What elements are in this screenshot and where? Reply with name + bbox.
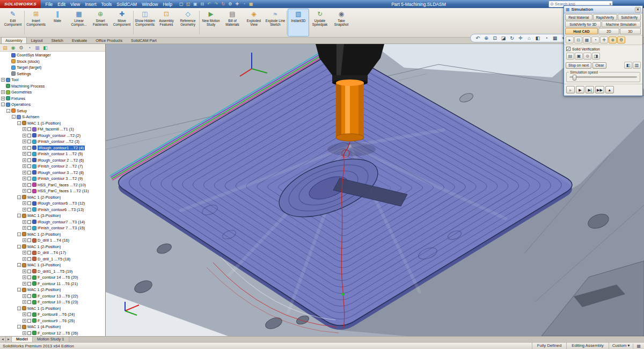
- operation-checkbox[interactable]: [27, 257, 31, 261]
- operation-checkbox[interactable]: [27, 201, 31, 205]
- simulation-tab-host-cad[interactable]: Host CAD: [565, 28, 598, 34]
- displaymanager-tab[interactable]: ▦: [33, 45, 41, 50]
- expand-icon[interactable]: +: [23, 294, 26, 298]
- ribbon-button-edit-component[interactable]: ✎Edit Component: [2, 9, 24, 37]
- operation-checkbox[interactable]: [27, 238, 31, 242]
- tree-item-mac-1-3-position[interactable]: -MAC 1 (3-Position): [0, 262, 105, 268]
- sim-play-button[interactable]: ▶: [576, 86, 584, 93]
- sim-single-block-icon[interactable]: ◧: [624, 62, 632, 69]
- tree-item-coordsys-manager[interactable]: CoordSys Manager: [0, 52, 105, 59]
- sim-zoom-icon[interactable]: ⊕: [609, 37, 617, 43]
- simulation-tab-3d[interactable]: 3D: [620, 28, 641, 34]
- tree-item-d-drill-1-t4-16[interactable]: +D_drill 1 ...T4 (16): [0, 237, 105, 244]
- tree-item-irough-contour-2-t2-6[interactable]: +iRough_contour 2 ...T2 (6): [0, 157, 105, 164]
- configurationmanager-tab[interactable]: ⚙: [17, 45, 25, 50]
- tree-item-ifinish-contour-2-t2-7[interactable]: +iFinish_contour 2 ...T2 (7): [0, 163, 105, 170]
- ribbon-button-linear-compon[interactable]: ▦Linear Compon...: [68, 9, 90, 37]
- collapse-icon[interactable]: -: [17, 263, 21, 267]
- sketch-icon[interactable]: ◔: [240, 2, 247, 6]
- tree-item-ifinish-contour-3-t2-9[interactable]: +iFinish_contour 3 ...T2 (9): [0, 176, 105, 182]
- sim-to-top-button[interactable]: ▲: [605, 86, 614, 93]
- expand-icon[interactable]: +: [1, 90, 5, 94]
- operation-checkbox[interactable]: [27, 164, 31, 168]
- sim-tool-display-icon[interactable]: ⊡: [574, 37, 582, 43]
- sim-save-icon[interactable]: ▣: [575, 53, 583, 60]
- slider-thumb[interactable]: [573, 75, 576, 81]
- tree-item-mac-1-2-position[interactable]: -MAC 1 (2-Position): [0, 231, 105, 238]
- featuremanager-tree-tab[interactable]: ▤: [1, 45, 9, 50]
- collapse-icon[interactable]: -: [17, 214, 21, 217]
- menu-edit[interactable]: Edit: [55, 2, 68, 7]
- tree-item-f-contour-10-t6-23[interactable]: +F_contour 10 ...T6 (23): [0, 299, 105, 306]
- tree-item-stock-stock[interactable]: Stock (stock): [0, 59, 105, 65]
- menu-help[interactable]: Help: [160, 2, 174, 7]
- ribbon-button-insert-components[interactable]: ⊞Insert Components: [25, 9, 47, 37]
- tree-item-machining-process[interactable]: Machining Process: [0, 83, 105, 90]
- simulation-tab-machine-simulation[interactable]: Machine Simulation: [602, 21, 641, 27]
- collapse-icon[interactable]: -: [6, 109, 10, 113]
- menu-file[interactable]: File: [43, 2, 55, 7]
- operation-checkbox[interactable]: [27, 208, 31, 212]
- zoom-area-icon[interactable]: ⊡: [491, 35, 499, 41]
- propertymanager-tab[interactable]: ◉: [9, 45, 17, 50]
- collapse-icon[interactable]: -: [17, 121, 21, 125]
- tree-item-d-drill-1-t5-18[interactable]: +D_drill_1 ...T5 (18): [0, 256, 105, 263]
- tree-item-irough-contour7-t3-14[interactable]: +iRough_contour7 ...T3 (14): [0, 219, 105, 226]
- appearances-icon[interactable]: ▦: [551, 35, 559, 41]
- section-view-icon[interactable]: ◪: [499, 35, 508, 41]
- select-icon[interactable]: ✛: [233, 2, 240, 6]
- tree-item-target-target[interactable]: Target (target): [0, 64, 105, 71]
- sim-magnifier-icon[interactable]: ⊙: [583, 53, 591, 60]
- expand-icon[interactable]: +: [23, 177, 26, 180]
- expand-icon[interactable]: +: [23, 270, 26, 273]
- expand-icon[interactable]: +: [23, 257, 26, 261]
- tree-item-mac-1-1-position[interactable]: -MAC 1 (1-Position): [0, 120, 105, 127]
- tree-item-fixtures[interactable]: +Fixtures: [0, 96, 105, 102]
- tree-item-mac-1-2-position[interactable]: -MAC 1 (2-Position): [0, 194, 105, 201]
- expand-icon[interactable]: +: [23, 134, 26, 137]
- expand-icon[interactable]: +: [23, 208, 26, 212]
- simulation-tab-rest-material[interactable]: Rest Material: [565, 14, 592, 20]
- rotate-view-icon[interactable]: ↻: [508, 35, 516, 41]
- tree-item-hss-parc-faces-t2-10[interactable]: +HSS_ParC_faces ...T2 (10): [0, 182, 105, 188]
- collapse-icon[interactable]: -: [17, 288, 21, 292]
- close-icon[interactable]: ✕: [635, 7, 641, 12]
- pan-icon[interactable]: ✛: [516, 35, 525, 41]
- redo-icon[interactable]: ↷: [213, 2, 219, 6]
- tree-item-irough-contour-t2-2[interactable]: +iRough_contour ...T2 (2): [0, 133, 105, 139]
- expand-icon[interactable]: +: [23, 140, 26, 143]
- expand-icon[interactable]: +: [23, 282, 26, 286]
- tree-item-s-achsen[interactable]: -S-Achsen: [0, 114, 105, 120]
- operation-checkbox[interactable]: [27, 152, 31, 156]
- stop-on-next-button[interactable]: Stop on next: [566, 62, 591, 69]
- tab-layout[interactable]: Layout: [27, 37, 47, 43]
- ribbon-button-show-hidden-components[interactable]: ◫Show Hidden Components: [134, 9, 156, 37]
- menu-window[interactable]: Window: [140, 2, 160, 7]
- tab-office-products[interactable]: Office Products: [91, 37, 127, 43]
- dimxpertmanager-tab[interactable]: ◔: [25, 45, 33, 50]
- collapse-icon[interactable]: -: [12, 115, 16, 119]
- operation-checkbox[interactable]: [27, 140, 31, 143]
- tab-model[interactable]: Model: [12, 337, 33, 342]
- tab-motion-study-1[interactable]: Motion Study 1: [33, 337, 69, 342]
- expand-icon[interactable]: +: [23, 201, 26, 205]
- tab-assembly[interactable]: Assembly: [1, 37, 27, 43]
- tree-item-hss-parc-faces-1-t2-11[interactable]: +HSS_ParC_faces 1 ...T2 (11): [0, 188, 105, 194]
- simulation-tab-solidverify-for-3d[interactable]: SolidVerify for 3D: [565, 21, 601, 27]
- tree-item-tool[interactable]: +Tool: [0, 77, 105, 83]
- tab-solidcam-part[interactable]: SolidCAM Part: [127, 37, 161, 43]
- open-icon[interactable]: ◱: [185, 2, 192, 6]
- sim-table-icon[interactable]: ▥: [633, 62, 641, 69]
- tree-item-d-drill-t4-17[interactable]: +D_drill ...T4 (17): [0, 250, 105, 256]
- sim-step-forward-button[interactable]: ▶|: [586, 86, 594, 93]
- appearance-icon[interactable]: ▦: [247, 2, 254, 6]
- operation-checkbox[interactable]: [27, 300, 31, 304]
- sim-data-icon[interactable]: ▸: [566, 37, 574, 43]
- expand-icon[interactable]: +: [23, 189, 26, 193]
- undo-icon[interactable]: ↶: [206, 2, 213, 6]
- print-icon[interactable]: ⊟: [199, 2, 206, 6]
- operation-checkbox[interactable]: [27, 171, 31, 174]
- operation-checkbox[interactable]: [27, 226, 31, 230]
- tree-item-operations[interactable]: -Operations: [0, 101, 105, 108]
- menu-solidcam[interactable]: SolidCAM: [114, 2, 140, 7]
